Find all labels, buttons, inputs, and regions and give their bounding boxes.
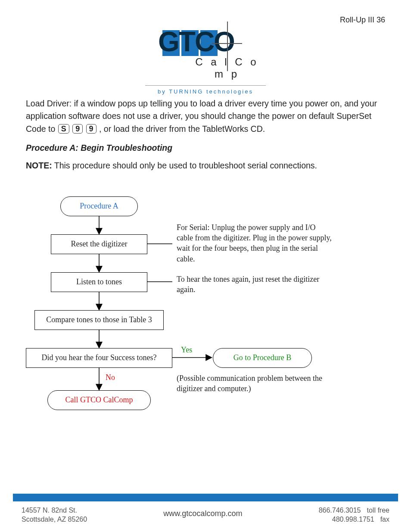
document-page: Roll-Up III 36 GTCO C a l C o m p by TUR…: [0, 0, 411, 532]
page-number: Roll-Up III 36: [340, 16, 385, 25]
logo-divider: [145, 85, 266, 86]
flow-step-reset-label: Reset the digitizer: [71, 240, 128, 249]
key-9b: 9: [86, 124, 97, 134]
logo-byline: by TURNING technologies: [26, 88, 385, 95]
footer-addr2: Scottsdale, AZ 85260: [22, 515, 87, 524]
flow-yes-target: Go to Procedure B: [213, 348, 312, 368]
note-label: NOTE:: [26, 161, 52, 170]
flow-no-target: Call GTCO CalComp: [47, 390, 151, 410]
flow-side-listen: To hear the tones again, just reset the …: [177, 274, 332, 295]
footer-address: 14557 N. 82nd St. Scottsdale, AZ 85260: [22, 506, 87, 524]
load-driver-paragraph: Load Driver: if a window pops up telling…: [26, 97, 385, 135]
flow-yes-side: (Possible communication problem between …: [177, 373, 336, 394]
flow-step-listen: Listen to tones: [51, 272, 147, 292]
footer-addr1: 14557 N. 82nd St.: [22, 506, 87, 515]
page-footer: 14557 N. 82nd St. Scottsdale, AZ 85260 w…: [0, 494, 411, 532]
flowchart: Procedure A Reset the digitizer For Seri…: [26, 196, 379, 433]
procedure-a-title: Procedure A: Begin Troubleshooting: [26, 143, 385, 153]
flow-decision-label: Did you hear the four Success tones?: [42, 353, 157, 362]
flow-step-reset: Reset the digitizer: [51, 234, 147, 254]
flow-step-compare-label: Compare tones to those in Table 3: [46, 315, 152, 324]
note-text: This procedure should only be used to tr…: [52, 161, 317, 170]
flow-step-compare: Compare tones to those in Table 3: [34, 310, 164, 330]
flow-yes-target-label: Go to Procedure B: [234, 353, 291, 362]
footer-phone-fax-lbl: fax: [380, 515, 389, 524]
key-s: S: [58, 124, 69, 134]
footer-bar: [13, 494, 398, 501]
flow-yes-label: Yes: [181, 345, 192, 355]
logo-gtco-text: GTCO: [158, 26, 234, 58]
flow-side-reset: For Serial: Unplug the power supply and …: [177, 222, 332, 264]
flow-no-label: No: [106, 373, 115, 382]
flow-step-listen-label: Listen to tones: [76, 277, 122, 286]
flow-no-target-label: Call GTCO CalComp: [65, 395, 133, 404]
footer-phones: 866.746.3015toll free 480.998.1751fax: [319, 506, 389, 524]
key-9a: 9: [72, 124, 83, 134]
footer-url: www.gtcocalcomp.com: [163, 508, 242, 519]
footer-phone-fax: 480.998.1751: [332, 515, 374, 524]
flow-start-label: Procedure A: [80, 202, 118, 211]
footer-phone-tollfree: 866.746.3015: [319, 506, 361, 515]
flow-decision: Did you hear the four Success tones?: [26, 348, 172, 368]
load-driver-text-post: , or load the driver from the TabletWork…: [99, 124, 265, 134]
logo-calcomp-text: C a l C o m p: [188, 56, 266, 80]
note-line: NOTE: This procedure should only be used…: [26, 161, 385, 171]
flow-start: Procedure A: [60, 196, 138, 216]
footer-phone-tollfree-lbl: toll free: [367, 506, 389, 515]
logo: GTCO C a l C o m p by TURNING technologi…: [26, 26, 385, 95]
